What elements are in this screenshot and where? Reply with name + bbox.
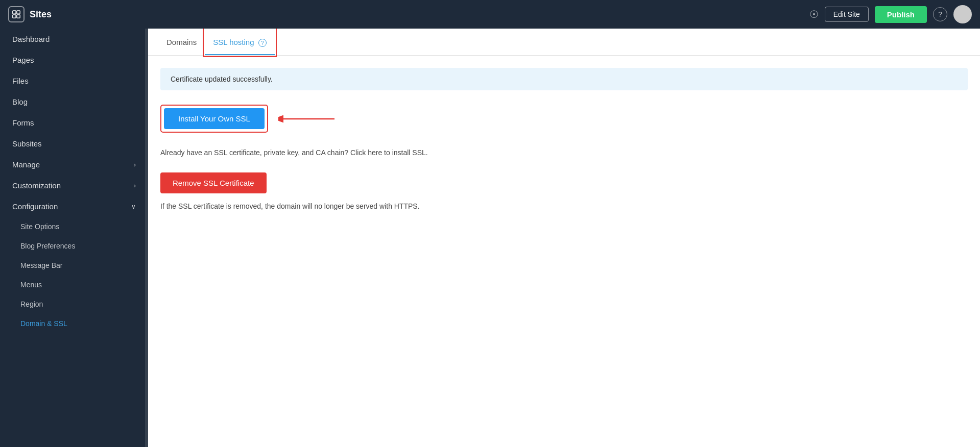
sidebar-item-pages[interactable]: Pages [0,49,148,70]
remove-ssl-button[interactable]: Remove SSL Certificate [160,172,267,193]
app-logo: Sites [8,6,52,22]
arrow-annotation [278,111,340,127]
tab-help-icon[interactable]: ? [258,39,267,47]
help-button[interactable]: ? [933,7,947,21]
install-ssl-section: Install Your Own SSL [160,105,968,133]
sidebar-item-menus[interactable]: Menus [0,275,148,294]
install-ssl-wrapper: Install Your Own SSL [160,105,268,133]
sidebar-item-dashboard[interactable]: Dashboard [0,29,148,49]
svg-rect-3 [17,15,20,18]
tabs-bar: Domains SSL hosting ? [148,29,980,56]
sidebar-section-configuration[interactable]: Configuration ∨ [0,196,148,217]
main-content: Domains SSL hosting ? Certificate update… [148,29,980,447]
sidebar-section-customization[interactable]: Customization › [0,175,148,196]
install-ssl-button[interactable]: Install Your Own SSL [164,108,265,129]
topnav: Sites ☉ Edit Site Publish ? [0,0,980,29]
sidebar-item-region[interactable]: Region [0,294,148,314]
svg-rect-2 [13,15,16,18]
chevron-right-icon: › [134,182,136,189]
topnav-right: ☉ Edit Site Publish ? [809,5,972,23]
sidebar: Dashboard Pages Files Blog Forms Subsite… [0,29,148,447]
sidebar-item-subsites[interactable]: Subsites [0,133,148,154]
sidebar-section-manage[interactable]: Manage › [0,154,148,175]
sidebar-item-forms[interactable]: Forms [0,112,148,133]
publish-button[interactable]: Publish [875,6,927,23]
layout: Dashboard Pages Files Blog Forms Subsite… [0,29,980,447]
chevron-right-icon: › [134,161,136,168]
app-title: Sites [30,9,52,20]
avatar[interactable] [953,5,972,23]
sites-icon [8,6,25,22]
preview-icon[interactable]: ☉ [809,8,819,20]
sidebar-item-blog[interactable]: Blog [0,91,148,112]
sidebar-item-message-bar[interactable]: Message Bar [0,256,148,275]
success-banner: Certificate updated successfully. [160,68,968,90]
svg-rect-1 [17,11,20,14]
edit-site-button[interactable]: Edit Site [825,7,869,22]
content-area: Certificate updated successfully. Instal… [148,56,980,447]
remove-ssl-description: If the SSL certificate is removed, the d… [160,201,968,212]
remove-ssl-section: Remove SSL Certificate If the SSL certif… [160,172,968,212]
sidebar-item-files[interactable]: Files [0,70,148,91]
sidebar-item-blog-preferences[interactable]: Blog Preferences [0,236,148,256]
sidebar-item-site-options[interactable]: Site Options [0,217,148,236]
svg-rect-0 [13,11,16,14]
chevron-down-icon: ∨ [131,203,136,210]
sidebar-item-domain-ssl[interactable]: Domain & SSL [0,314,148,333]
install-ssl-description: Already have an SSL certificate, private… [160,147,968,158]
tab-domains[interactable]: Domains [158,29,205,55]
tab-ssl-hosting[interactable]: SSL hosting ? [205,29,275,55]
sidebar-scrollbar [145,29,148,447]
